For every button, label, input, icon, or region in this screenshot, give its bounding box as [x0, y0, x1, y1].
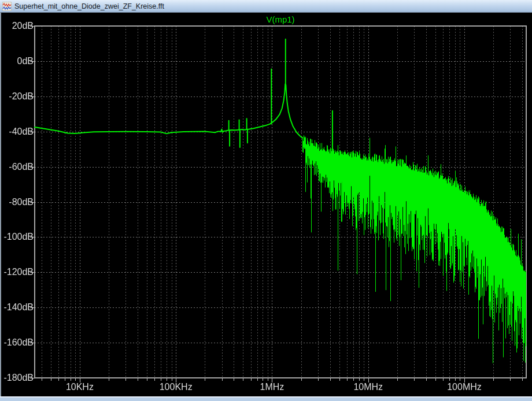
- y-axis-tick-label[interactable]: 20dB: [12, 21, 34, 31]
- window-frame-bottom: [0, 396, 532, 401]
- x-axis-tick-label[interactable]: 10KHz: [66, 382, 94, 392]
- y-axis-tick-label[interactable]: -140dB: [3, 302, 34, 313]
- y-axis-tick-label[interactable]: -100dB: [3, 232, 34, 242]
- x-axis-tick-label[interactable]: 100MHz: [447, 382, 482, 392]
- window-titlebar[interactable]: Superhet_mit_ohne_Diode_zwei_ZF_Kreise.f…: [0, 0, 532, 13]
- x-axis-tick-label[interactable]: 1MHz: [260, 382, 285, 392]
- waveform-window-icon: [2, 2, 12, 11]
- y-axis-tick-label[interactable]: -40dB: [9, 127, 34, 137]
- ltspice-waveform-window: Superhet_mit_ohne_Diode_zwei_ZF_Kreise.f…: [0, 0, 532, 401]
- y-axis-tick-label[interactable]: -160dB: [3, 337, 34, 348]
- tick-labels-layer: 20dB0dB-20dB-40dB-60dB-80dB-100dB-120dB-…: [0, 13, 532, 396]
- y-axis-tick-label[interactable]: -20dB: [9, 91, 34, 102]
- x-axis-tick-label[interactable]: 10MHz: [353, 382, 383, 392]
- y-axis-tick-label[interactable]: -120dB: [3, 267, 34, 277]
- plot-panel: V(mp1) 20dB0dB-20dB-40dB-60dB-80dB-100dB…: [0, 13, 532, 396]
- y-axis-tick-label[interactable]: -80dB: [9, 197, 34, 207]
- y-axis-tick-label[interactable]: -60dB: [9, 162, 34, 172]
- y-axis-tick-label[interactable]: -180dB: [3, 373, 34, 383]
- y-axis-tick-label[interactable]: 0dB: [17, 56, 34, 66]
- x-axis-tick-label[interactable]: 100KHz: [160, 382, 193, 392]
- window-title: Superhet_mit_ohne_Diode_zwei_ZF_Kreise.f…: [14, 2, 164, 10]
